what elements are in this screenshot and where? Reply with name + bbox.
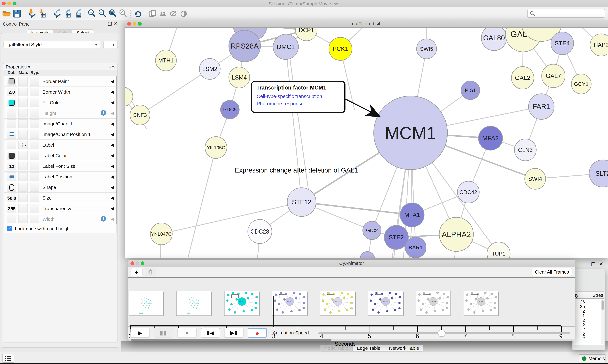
expand-arrow-icon[interactable]: ◀ xyxy=(111,217,114,222)
mapping-cell[interactable]: ⋮› xyxy=(18,141,28,149)
hide-graphics-icon[interactable] xyxy=(168,8,179,19)
playhead[interactable] xyxy=(273,296,274,327)
frame-thumbnail-6[interactable]: MCM1 xyxy=(416,291,451,316)
default-value-cell[interactable]: 255 xyxy=(7,204,16,213)
mapping-cell[interactable] xyxy=(18,130,28,139)
stop-button[interactable]: ■ xyxy=(177,328,197,338)
zoom-fit-icon[interactable]: ▣ xyxy=(108,8,118,19)
expand-arrow-icon[interactable]: ◀ xyxy=(111,132,114,137)
copy-icon[interactable] xyxy=(147,8,158,19)
record-button[interactable]: ● xyxy=(248,328,267,338)
close-panel-icon[interactable]: ✕ xyxy=(599,261,607,267)
bypass-cell[interactable] xyxy=(30,88,39,96)
property-row-label-position[interactable]: Label Position ◀ xyxy=(4,171,116,182)
mapping-cell[interactable] xyxy=(18,183,28,192)
animation-speed-slider[interactable] xyxy=(318,332,570,334)
export-image-icon[interactable] xyxy=(72,8,83,19)
cyanimator-titlebar[interactable]: CyAnimator xyxy=(128,260,575,267)
search-box[interactable] xyxy=(527,9,605,18)
tab-network-table[interactable]: Network Table xyxy=(385,345,423,351)
property-row-image-chart-1[interactable]: Image/Chart 1 ◀ xyxy=(4,118,116,129)
expand-arrow-icon[interactable]: ◀ xyxy=(111,111,114,116)
bypass-cell[interactable] xyxy=(30,215,39,223)
mapping-cell[interactable] xyxy=(18,119,28,128)
close-panel-icon[interactable]: ✕ xyxy=(114,21,118,26)
property-row-label-color[interactable]: Label Color ◀ xyxy=(4,150,116,161)
frame-thumbnail-1[interactable] xyxy=(176,291,211,316)
table-scrollbar[interactable] xyxy=(601,299,604,344)
property-row-shape[interactable]: Shape ◀ xyxy=(4,182,116,193)
timeline[interactable]: MCM1MCM1MCM1MCM1MCM1MCM1 0 1 2 3 4 5 6 7… xyxy=(128,277,575,327)
bypass-cell[interactable] xyxy=(30,130,39,139)
slider-handle[interactable] xyxy=(438,330,445,337)
default-value-cell[interactable]: 50.0 xyxy=(7,194,16,202)
expand-arrow-icon[interactable]: ◀ xyxy=(111,185,114,190)
bypass-cell[interactable] xyxy=(30,162,39,170)
property-row-border-width[interactable]: 2.0 Border Width ◀ xyxy=(4,87,116,97)
mapping-cell[interactable] xyxy=(18,151,28,160)
float-panel-icon[interactable]: ▢ xyxy=(591,261,599,267)
bypass-cell[interactable] xyxy=(30,119,39,128)
expand-arrow-icon[interactable]: ◀ xyxy=(111,121,114,126)
expand-arrow-icon[interactable]: ◀ xyxy=(111,89,114,95)
default-value-cell[interactable] xyxy=(7,98,16,107)
mapping-cell[interactable] xyxy=(18,77,28,86)
property-row-border-paint[interactable]: Border Paint ◀ xyxy=(4,76,116,87)
timeline-scrollbar[interactable] xyxy=(128,339,575,341)
import-network-icon[interactable] xyxy=(26,8,37,19)
expand-arrow-icon[interactable]: ◀ xyxy=(111,195,114,200)
expand-arrow-icon[interactable]: ◀ xyxy=(111,142,114,147)
property-row-size[interactable]: 50.0 Size ◀ xyxy=(4,193,116,203)
frame-thumbnail-7[interactable]: MCM1 xyxy=(464,291,498,316)
frame-thumbnail-5[interactable]: MCM1 xyxy=(368,291,403,316)
info-icon[interactable]: i xyxy=(101,216,106,221)
default-value-cell[interactable] xyxy=(7,151,16,160)
export-table-icon[interactable] xyxy=(62,8,72,19)
task-history-button[interactable] xyxy=(2,354,14,363)
skip-end-button[interactable]: ▶▮ xyxy=(224,328,244,338)
property-row-image-chart-position-1[interactable]: Image/Chart Position 1 ◀ xyxy=(4,129,116,140)
default-value-cell[interactable] xyxy=(7,109,16,117)
style-options-button[interactable]: ▾ xyxy=(103,41,118,48)
property-row-fill-color[interactable]: Fill Color ◀ xyxy=(4,97,116,108)
zoom-selected-icon[interactable]: ✓ xyxy=(118,8,129,19)
bypass-cell[interactable] xyxy=(30,109,39,117)
bypass-cell[interactable] xyxy=(30,141,39,149)
mapping-cell[interactable] xyxy=(18,109,28,117)
default-value-cell[interactable]: 2.0 xyxy=(7,88,16,96)
property-row-transparency[interactable]: 255 Transparency ◀ xyxy=(4,203,116,214)
default-value-cell[interactable] xyxy=(7,172,16,181)
default-value-cell[interactable] xyxy=(7,183,16,192)
properties-title[interactable]: Properties ▾ xyxy=(6,64,30,70)
frame-thumbnail-4[interactable]: MCM1 xyxy=(320,291,355,316)
bypass-cell[interactable] xyxy=(30,77,39,86)
mapping-cell[interactable] xyxy=(18,172,28,181)
memory-button[interactable]: Memory xyxy=(579,354,606,363)
default-value-cell[interactable] xyxy=(7,130,16,139)
play-button[interactable]: ▶ xyxy=(130,328,150,338)
annotation-box[interactable]: Transcription factor MCM1 Cell-type-spec… xyxy=(251,81,345,113)
mapping-cell[interactable] xyxy=(18,215,28,223)
bypass-cell[interactable] xyxy=(30,183,39,192)
open-session-icon[interactable] xyxy=(1,8,12,19)
expand-arrow-icon[interactable]: ◀ xyxy=(111,79,114,84)
default-value-cell[interactable]: 12 xyxy=(7,162,16,170)
show-graphics-icon[interactable] xyxy=(179,8,189,19)
frame-thumbnail-2[interactable]: MCM1 xyxy=(224,291,259,316)
import-table-icon[interactable] xyxy=(37,8,47,19)
property-row-label-font-size[interactable]: 12 Label Font Size ◀ xyxy=(4,161,116,171)
expand-arrow-icon[interactable]: ◀ xyxy=(111,174,114,179)
expand-arrow-icon[interactable]: ◀ xyxy=(111,206,114,211)
first-neighbors-icon[interactable] xyxy=(158,8,168,19)
export-network-icon[interactable] xyxy=(51,8,62,19)
mapping-cell[interactable] xyxy=(18,162,28,170)
column-header[interactable]: Stres xyxy=(593,293,603,298)
mapping-cell[interactable] xyxy=(18,204,28,213)
frame-thumbnail-0[interactable] xyxy=(129,291,163,316)
zoom-out-icon[interactable]: − xyxy=(97,8,108,19)
save-session-icon[interactable] xyxy=(12,8,22,19)
frame-thumbnail-3[interactable]: MCM1 xyxy=(272,291,307,316)
property-row-width[interactable]: Width i ◀ xyxy=(4,214,116,224)
bypass-cell[interactable] xyxy=(30,204,39,213)
expand-arrow-icon[interactable]: ◀ xyxy=(111,164,114,169)
